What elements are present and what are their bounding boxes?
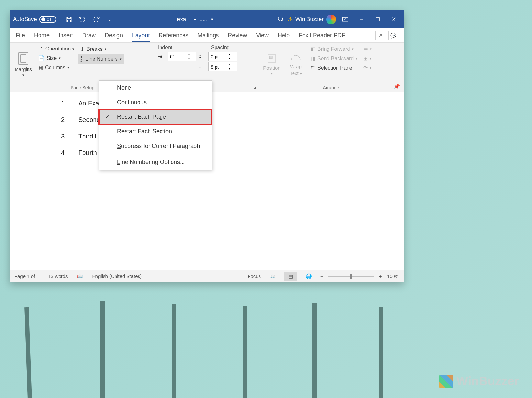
margins-button[interactable]: Margins ▾ — [12, 45, 34, 84]
line-numbers-none[interactable]: None — [99, 81, 212, 95]
tab-foxit[interactable]: Foxit Reader PDF — [299, 29, 345, 41]
winbuzzer-logo-icon — [439, 375, 453, 388]
svg-rect-4 — [343, 17, 348, 21]
save-button[interactable] — [62, 13, 76, 26]
svg-rect-7 — [21, 55, 26, 62]
line-numbers-continuous[interactable]: Continuous — [99, 95, 212, 110]
selection-pane-button[interactable]: ⬚Selection Pane — [309, 63, 360, 72]
spacing-before-icon: ↕ — [199, 53, 206, 59]
undo-button[interactable] — [76, 13, 89, 26]
indent-left-icon: ⇥ — [158, 53, 165, 60]
tab-draw[interactable]: Draw — [82, 29, 96, 41]
spacing-before-spinner[interactable]: ▴▾ — [208, 52, 237, 61]
ribbon-display-button[interactable] — [338, 13, 352, 26]
status-page[interactable]: Page 1 of 1 — [14, 273, 39, 279]
tab-design[interactable]: Design — [105, 29, 123, 41]
svg-point-3 — [278, 17, 283, 21]
size-button[interactable]: 📄Size▾ — [36, 54, 76, 62]
breaks-button[interactable]: ⤓Breaks▾ — [78, 45, 123, 53]
line-numbers-options[interactable]: Line Numbering Options... — [99, 155, 212, 170]
zoom-slider[interactable] — [328, 276, 374, 277]
zoom-in-button[interactable]: + — [379, 273, 382, 279]
line-numbers-button[interactable]: 1-2-Line Numbers▾ — [78, 54, 123, 64]
maximize-button[interactable] — [371, 13, 384, 26]
pin-ribbon-button[interactable]: 📌 — [393, 83, 400, 90]
wrap-text-button[interactable]: WrapText ▾ — [285, 45, 307, 84]
group-icon: ⊞ — [363, 55, 368, 61]
send-backward-button[interactable]: ◨Send Backward▾ — [309, 54, 360, 63]
status-words[interactable]: 13 words — [48, 273, 68, 279]
line-numbers-icon: 1-2- — [80, 55, 83, 62]
size-icon: 📄 — [38, 55, 45, 61]
line-numbers-suppress[interactable]: Suppress for Current Paragraph — [99, 139, 212, 153]
svg-rect-6 — [19, 53, 28, 64]
ribbon-tab-bar: File Home Insert Draw Design Layout Refe… — [10, 28, 404, 43]
orientation-icon: 🗋 — [38, 46, 43, 52]
svg-rect-2 — [67, 20, 70, 22]
line-numbers-dropdown: None Continuous Restart Each Page Restar… — [99, 80, 212, 170]
tab-references[interactable]: References — [159, 29, 188, 41]
spacing-after-icon: ↕ — [199, 64, 206, 70]
print-layout-button[interactable]: ▤ — [284, 272, 297, 281]
bring-forward-button[interactable]: ◧Bring Forward▾ — [309, 45, 360, 53]
rotate-icon: ⟳ — [363, 65, 368, 71]
line-numbers-restart-section[interactable]: Restart Each Section — [99, 124, 212, 139]
document-name: exa... — [177, 16, 191, 23]
columns-icon: ▦ — [38, 64, 43, 71]
selection-pane-icon: ⬚ — [311, 65, 316, 71]
orientation-button[interactable]: 🗋Orientation▾ — [36, 45, 76, 53]
zoom-level[interactable]: 100% — [387, 273, 399, 279]
warning-icon[interactable]: ⚠ — [288, 16, 293, 23]
share-button[interactable]: ↗ — [375, 31, 385, 40]
position-button[interactable]: Position▾ — [261, 45, 283, 84]
align-button[interactable]: ⊨▾ — [361, 45, 374, 53]
tab-help[interactable]: Help — [278, 29, 290, 41]
search-button[interactable] — [274, 13, 288, 26]
paragraph-dialog-launcher[interactable]: ◢ — [253, 85, 256, 90]
send-backward-icon: ◨ — [311, 55, 316, 61]
breaks-icon: ⤓ — [80, 46, 84, 52]
status-bar: Page 1 of 1 13 words 📖 English (United S… — [10, 270, 404, 282]
titlebar: AutoSave Off exa... - L... ▼ ⚠ Win Buzze… — [10, 10, 404, 28]
close-button[interactable] — [387, 13, 401, 26]
tab-view[interactable]: View — [256, 29, 269, 41]
status-proofing-icon[interactable]: 📖 — [77, 273, 83, 279]
line-numbers-restart-page[interactable]: Restart Each Page — [99, 110, 212, 124]
zoom-out-button[interactable]: − — [320, 273, 323, 279]
minimize-button[interactable] — [355, 13, 368, 26]
word-window: AutoSave Off exa... - L... ▼ ⚠ Win Buzze… — [10, 10, 404, 282]
web-layout-button[interactable]: 🌐 — [302, 272, 315, 281]
indent-left-spinner[interactable]: ▴▾ — [168, 52, 196, 61]
align-icon: ⊨ — [363, 46, 368, 52]
watermark: WinBuzzer — [439, 374, 519, 388]
columns-button[interactable]: ▦Columns▾ — [36, 63, 76, 72]
indent-label: Indent — [158, 45, 177, 50]
focus-mode-button[interactable]: ⛶ Focus — [241, 273, 261, 279]
spacing-after-spinner[interactable]: ▴▾ — [208, 62, 237, 71]
user-name[interactable]: Win Buzzer — [295, 16, 324, 23]
tab-review[interactable]: Review — [228, 29, 247, 41]
bring-forward-icon: ◧ — [311, 46, 316, 52]
tab-mailings[interactable]: Mailings — [197, 29, 219, 41]
svg-rect-9 — [269, 56, 272, 59]
arrange-group-label: Arrange — [261, 84, 401, 91]
title-dropdown-icon[interactable]: ▼ — [210, 17, 214, 21]
autosave-toggle[interactable]: AutoSave Off — [13, 16, 56, 23]
svg-rect-5 — [376, 18, 380, 21]
read-mode-button[interactable]: 📖 — [266, 272, 279, 281]
redo-button[interactable] — [89, 13, 103, 26]
customize-qat-button[interactable] — [103, 13, 116, 26]
tab-layout[interactable]: Layout — [132, 29, 150, 41]
tab-home[interactable]: Home — [34, 29, 50, 41]
svg-rect-1 — [67, 17, 70, 19]
svg-rect-0 — [66, 17, 72, 22]
tab-file[interactable]: File — [16, 29, 25, 41]
autosave-label: AutoSave — [13, 16, 37, 23]
tab-insert[interactable]: Insert — [59, 29, 73, 41]
comments-button[interactable]: 💬 — [388, 31, 398, 40]
user-avatar[interactable] — [326, 15, 336, 24]
rotate-button[interactable]: ⟳▾ — [361, 63, 374, 72]
group-button[interactable]: ⊞▾ — [361, 54, 374, 63]
spacing-label: Spacing — [211, 45, 230, 50]
status-language[interactable]: English (United States) — [92, 273, 142, 279]
